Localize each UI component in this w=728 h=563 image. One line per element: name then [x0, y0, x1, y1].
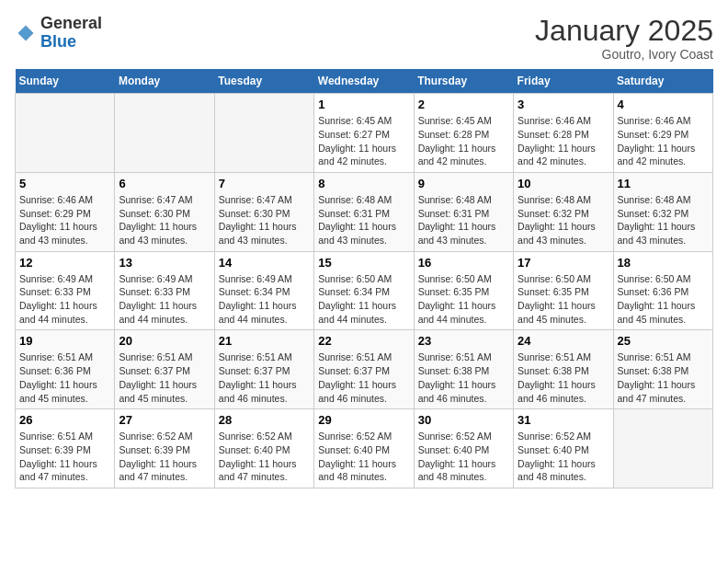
- day-info: Sunrise: 6:51 AM Sunset: 6:37 PM Dayligh…: [318, 350, 409, 405]
- daylight-text: Daylight: 11 hours and 44 minutes.: [219, 300, 297, 325]
- calendar-cell: 9 Sunrise: 6:48 AM Sunset: 6:31 PM Dayli…: [414, 172, 513, 251]
- day-number: 1: [318, 98, 409, 111]
- sunrise-text: Sunrise: 6:51 AM: [219, 351, 292, 362]
- daylight-text: Daylight: 11 hours and 45 minutes.: [19, 379, 97, 404]
- daylight-text: Daylight: 11 hours and 46 minutes.: [418, 379, 496, 404]
- day-info: Sunrise: 6:49 AM Sunset: 6:33 PM Dayligh…: [19, 272, 110, 327]
- day-info: Sunrise: 6:46 AM Sunset: 6:29 PM Dayligh…: [618, 114, 709, 168]
- sunset-text: Sunset: 6:40 PM: [518, 444, 589, 455]
- day-info: Sunrise: 6:48 AM Sunset: 6:32 PM Dayligh…: [618, 193, 709, 247]
- daylight-text: Daylight: 11 hours and 42 minutes.: [518, 143, 596, 167]
- calendar-week-row: 1 Sunrise: 6:45 AM Sunset: 6:27 PM Dayli…: [16, 94, 713, 173]
- daylight-text: Daylight: 11 hours and 43 minutes.: [518, 221, 596, 246]
- sunrise-text: Sunrise: 6:52 AM: [219, 431, 292, 442]
- calendar-cell: 24 Sunrise: 6:51 AM Sunset: 6:38 PM Dayl…: [514, 330, 613, 409]
- daylight-text: Daylight: 11 hours and 48 minutes.: [318, 458, 396, 483]
- calendar-cell: 10 Sunrise: 6:48 AM Sunset: 6:32 PM Dayl…: [514, 172, 613, 251]
- sunset-text: Sunset: 6:38 PM: [418, 365, 490, 376]
- weekday-header-monday: Monday: [115, 69, 214, 94]
- calendar-cell: 4 Sunrise: 6:46 AM Sunset: 6:29 PM Dayli…: [613, 94, 712, 173]
- sunset-text: Sunset: 6:34 PM: [219, 286, 290, 297]
- sunrise-text: Sunrise: 6:50 AM: [418, 273, 492, 284]
- day-number: 4: [618, 98, 709, 111]
- calendar-week-row: 12 Sunrise: 6:49 AM Sunset: 6:33 PM Dayl…: [16, 251, 713, 330]
- day-info: Sunrise: 6:52 AM Sunset: 6:40 PM Dayligh…: [518, 430, 609, 484]
- calendar-cell: 18 Sunrise: 6:50 AM Sunset: 6:36 PM Dayl…: [613, 251, 712, 330]
- daylight-text: Daylight: 11 hours and 44 minutes.: [19, 300, 97, 325]
- sunrise-text: Sunrise: 6:51 AM: [618, 351, 691, 362]
- sunrise-text: Sunrise: 6:49 AM: [119, 273, 192, 284]
- sunrise-text: Sunrise: 6:45 AM: [418, 115, 492, 126]
- weekday-header-tuesday: Tuesday: [214, 69, 313, 94]
- day-info: Sunrise: 6:45 AM Sunset: 6:27 PM Dayligh…: [318, 114, 409, 168]
- day-number: 24: [518, 334, 609, 348]
- sunrise-text: Sunrise: 6:46 AM: [518, 115, 591, 126]
- sunset-text: Sunset: 6:38 PM: [518, 365, 589, 376]
- sunrise-text: Sunrise: 6:52 AM: [119, 431, 192, 442]
- daylight-text: Daylight: 11 hours and 43 minutes.: [19, 221, 97, 246]
- calendar-cell: 12 Sunrise: 6:49 AM Sunset: 6:33 PM Dayl…: [16, 251, 115, 330]
- daylight-text: Daylight: 11 hours and 48 minutes.: [418, 458, 496, 483]
- weekday-header-saturday: Saturday: [613, 69, 712, 94]
- day-number: 16: [418, 256, 509, 270]
- sunrise-text: Sunrise: 6:51 AM: [418, 351, 492, 362]
- calendar-cell: 29 Sunrise: 6:52 AM Sunset: 6:40 PM Dayl…: [314, 409, 414, 488]
- calendar-cell: 5 Sunrise: 6:46 AM Sunset: 6:29 PM Dayli…: [16, 172, 115, 251]
- sunrise-text: Sunrise: 6:52 AM: [418, 431, 492, 442]
- sunset-text: Sunset: 6:27 PM: [318, 129, 390, 140]
- day-info: Sunrise: 6:51 AM Sunset: 6:36 PM Dayligh…: [19, 350, 110, 405]
- sunset-text: Sunset: 6:30 PM: [119, 208, 190, 219]
- day-info: Sunrise: 6:49 AM Sunset: 6:33 PM Dayligh…: [119, 272, 210, 327]
- sunrise-text: Sunrise: 6:46 AM: [618, 115, 691, 126]
- daylight-text: Daylight: 11 hours and 43 minutes.: [618, 221, 696, 246]
- day-info: Sunrise: 6:48 AM Sunset: 6:31 PM Dayligh…: [418, 193, 509, 247]
- sunset-text: Sunset: 6:37 PM: [219, 365, 290, 376]
- sunset-text: Sunset: 6:30 PM: [219, 208, 290, 219]
- day-info: Sunrise: 6:45 AM Sunset: 6:28 PM Dayligh…: [418, 114, 509, 168]
- weekday-header-row: SundayMondayTuesdayWednesdayThursdayFrid…: [16, 69, 713, 94]
- sunset-text: Sunset: 6:28 PM: [518, 129, 589, 140]
- sunset-text: Sunset: 6:33 PM: [119, 286, 190, 297]
- sunset-text: Sunset: 6:34 PM: [318, 286, 390, 297]
- logo-text: General Blue: [40, 15, 102, 52]
- daylight-text: Daylight: 11 hours and 46 minutes.: [518, 379, 596, 404]
- sunrise-text: Sunrise: 6:45 AM: [318, 115, 392, 126]
- sunset-text: Sunset: 6:40 PM: [318, 444, 390, 455]
- daylight-text: Daylight: 11 hours and 44 minutes.: [119, 300, 197, 325]
- calendar-table: SundayMondayTuesdayWednesdayThursdayFrid…: [15, 69, 713, 488]
- calendar-cell: 3 Sunrise: 6:46 AM Sunset: 6:28 PM Dayli…: [514, 94, 613, 173]
- sunrise-text: Sunrise: 6:48 AM: [618, 194, 691, 205]
- calendar-cell: [613, 409, 712, 488]
- calendar-week-row: 19 Sunrise: 6:51 AM Sunset: 6:36 PM Dayl…: [16, 330, 713, 409]
- day-number: 19: [19, 334, 110, 348]
- daylight-text: Daylight: 11 hours and 47 minutes.: [19, 458, 97, 483]
- day-info: Sunrise: 6:51 AM Sunset: 6:39 PM Dayligh…: [19, 430, 110, 484]
- sunrise-text: Sunrise: 6:51 AM: [19, 351, 93, 362]
- day-info: Sunrise: 6:52 AM Sunset: 6:39 PM Dayligh…: [119, 430, 210, 484]
- calendar-cell: 19 Sunrise: 6:51 AM Sunset: 6:36 PM Dayl…: [16, 330, 115, 409]
- day-number: 8: [318, 177, 409, 190]
- day-number: 29: [318, 413, 409, 427]
- day-number: 9: [418, 177, 509, 190]
- day-number: 14: [219, 256, 310, 270]
- day-info: Sunrise: 6:51 AM Sunset: 6:37 PM Dayligh…: [219, 350, 310, 405]
- sunrise-text: Sunrise: 6:50 AM: [518, 273, 591, 284]
- weekday-header-friday: Friday: [514, 69, 613, 94]
- weekday-header-sunday: Sunday: [16, 69, 115, 94]
- sunset-text: Sunset: 6:36 PM: [618, 286, 689, 297]
- daylight-text: Daylight: 11 hours and 42 minutes.: [418, 143, 496, 167]
- daylight-text: Daylight: 11 hours and 43 minutes.: [219, 221, 297, 246]
- sunset-text: Sunset: 6:35 PM: [518, 286, 589, 297]
- day-info: Sunrise: 6:51 AM Sunset: 6:37 PM Dayligh…: [119, 350, 210, 405]
- daylight-text: Daylight: 11 hours and 45 minutes.: [518, 300, 596, 325]
- day-info: Sunrise: 6:50 AM Sunset: 6:35 PM Dayligh…: [518, 272, 609, 327]
- day-info: Sunrise: 6:50 AM Sunset: 6:34 PM Dayligh…: [318, 272, 409, 327]
- sunset-text: Sunset: 6:29 PM: [618, 129, 689, 140]
- month-title: January 2025: [535, 15, 713, 47]
- sunset-text: Sunset: 6:39 PM: [119, 444, 190, 455]
- day-number: 17: [518, 256, 609, 270]
- day-number: 25: [618, 334, 709, 348]
- sunrise-text: Sunrise: 6:51 AM: [518, 351, 591, 362]
- sunset-text: Sunset: 6:37 PM: [318, 365, 390, 376]
- day-number: 28: [219, 413, 310, 427]
